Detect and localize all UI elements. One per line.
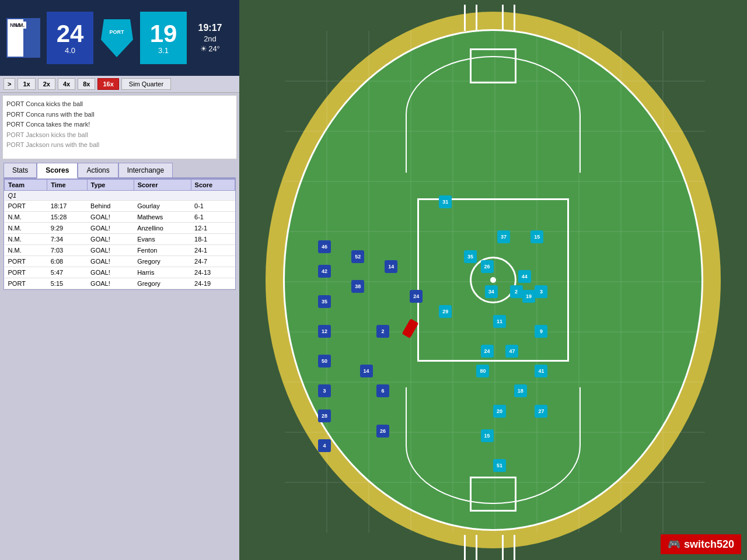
field-container: 46 42 35 12 50 3 28 4 52 38 14 24 2 14 6… <box>239 0 747 560</box>
player-port-19[interactable]: 19 <box>522 290 535 303</box>
team2-score: 19 <box>150 22 177 46</box>
goal-post-b3 <box>502 535 504 560</box>
cell-type: GOAL! <box>87 223 134 234</box>
tab-stats[interactable]: Stats <box>4 163 37 177</box>
speed-2x-button[interactable]: 2x <box>38 78 55 90</box>
table-row: PORT 5:47 GOAL! Harris 24-13 <box>5 267 235 278</box>
speed-1x-button[interactable]: 1x <box>18 78 35 90</box>
cell-type: GOAL! <box>87 278 134 289</box>
center-dot <box>490 277 496 283</box>
comment-1: PORT Conca kicks the ball <box>6 99 233 110</box>
cell-type: GOAL! <box>87 267 134 278</box>
comment-4: PORT Jackson kicks the ball <box>6 130 233 141</box>
player-nm-6[interactable]: 6 <box>376 384 389 397</box>
player-nm-28[interactable]: 28 <box>318 410 331 422</box>
weather-icon: ☀ <box>200 44 207 53</box>
player-nm-24[interactable]: 24 <box>410 290 423 303</box>
cell-type: GOAL! <box>87 212 134 223</box>
goal-post-4 <box>514 5 515 31</box>
col-team: Team <box>5 180 47 191</box>
player-port-80[interactable]: 80 <box>476 365 489 377</box>
player-port-41[interactable]: 41 <box>535 365 547 377</box>
player-nm-52[interactable]: 52 <box>351 250 364 263</box>
temperature: 24° <box>208 44 220 53</box>
comment-2: PORT Conca runs with the ball <box>6 110 233 120</box>
cell-scorer: Anzellino <box>134 223 191 234</box>
player-port-24b[interactable]: 24 <box>481 345 494 358</box>
player-nm-46[interactable]: 46 <box>318 240 331 253</box>
cell-team: N.M. <box>5 234 47 245</box>
player-port-29[interactable]: 29 <box>439 305 452 318</box>
player-port-47[interactable]: 47 <box>505 345 518 358</box>
commentary-feed: PORT Conca kicks the ball PORT Conca run… <box>2 95 237 159</box>
cell-team: N.M. <box>5 245 47 256</box>
cell-score: 24-19 <box>191 278 235 289</box>
field-outer: 46 42 35 12 50 3 28 4 52 38 14 24 2 14 6… <box>254 6 732 554</box>
switch-icon: 🎮 <box>668 538 680 551</box>
player-nm-3[interactable]: 3 <box>318 384 331 397</box>
team2-score-sub: 3.1 <box>158 46 169 55</box>
field-inner: 46 42 35 12 50 3 28 4 52 38 14 24 2 14 6… <box>283 29 703 531</box>
cell-scorer: Mathews <box>134 212 191 223</box>
player-port-3[interactable]: 3 <box>535 285 547 298</box>
watermark-text: switch520 <box>684 538 734 551</box>
player-nm-2[interactable]: 2 <box>376 325 389 338</box>
tab-actions[interactable]: Actions <box>78 163 118 177</box>
quarter-label: Q1 <box>5 191 235 201</box>
cell-type: GOAL! <box>87 245 134 256</box>
timer-quarter: 2nd <box>204 34 217 43</box>
player-port-37[interactable]: 37 <box>497 230 510 243</box>
player-nm-4[interactable]: 4 <box>318 439 331 452</box>
cell-time: 6:08 <box>47 256 87 267</box>
sim-quarter-button[interactable]: Sim Quarter <box>121 78 171 90</box>
player-nm-35[interactable]: 35 <box>318 295 331 308</box>
player-port-31[interactable]: 31 <box>439 195 452 208</box>
table-row: PORT 5:15 GOAL! Gregory 24-19 <box>5 278 235 289</box>
player-nm-26[interactable]: 26 <box>376 425 389 438</box>
player-port-44[interactable]: 44 <box>518 270 531 283</box>
team1-logo-text: N.M. <box>10 22 21 28</box>
player-nm-38[interactable]: 38 <box>351 280 364 293</box>
cell-type: GOAL! <box>87 256 134 267</box>
player-port-20[interactable]: 20 <box>493 405 506 418</box>
watermark: 🎮 switch520 <box>661 534 741 554</box>
player-port-18[interactable]: 18 <box>514 384 527 397</box>
player-port-11[interactable]: 11 <box>493 315 506 328</box>
cell-score: 0-1 <box>191 201 235 212</box>
speed-8x-button[interactable]: 8x <box>78 78 95 90</box>
cell-scorer: Fenton <box>134 245 191 256</box>
player-nm-42[interactable]: 42 <box>318 265 331 278</box>
table-row: N.M. 7:03 GOAL! Fenton 24-1 <box>5 245 235 256</box>
player-port-35[interactable]: 35 <box>464 250 477 263</box>
player-nm-50[interactable]: 50 <box>318 355 331 368</box>
player-port-15a[interactable]: 15 <box>530 230 543 243</box>
tab-interchange[interactable]: Interchange <box>118 163 173 177</box>
player-nm-14b[interactable]: 14 <box>360 365 373 377</box>
col-type: Type <box>87 180 134 191</box>
player-nm-12[interactable]: 12 <box>318 325 331 338</box>
tab-scores[interactable]: Scores <box>37 163 78 178</box>
comment-5: PORT Jackson runs with the ball <box>6 140 233 150</box>
goal-post-b1 <box>464 535 466 560</box>
player-port-2[interactable]: 2 <box>510 285 523 298</box>
speed-16x-button[interactable]: 16x <box>97 78 118 90</box>
cell-team: PORT <box>5 278 47 289</box>
player-port-27[interactable]: 27 <box>535 405 547 418</box>
speed-4x-button[interactable]: 4x <box>58 78 75 90</box>
player-port-15b[interactable]: 15 <box>481 429 494 442</box>
player-port-51[interactable]: 51 <box>493 459 506 472</box>
player-port-34[interactable]: 34 <box>485 285 498 298</box>
player-port-9[interactable]: 9 <box>535 325 547 338</box>
field-oval: 46 42 35 12 50 3 28 4 52 38 14 24 2 14 6… <box>266 12 721 548</box>
forward-button[interactable]: > <box>4 78 15 90</box>
team2-score-box: 19 3.1 <box>140 12 187 64</box>
player-port-26[interactable]: 26 <box>481 260 494 273</box>
cell-score: 24-13 <box>191 267 235 278</box>
cell-team: PORT <box>5 201 47 212</box>
goal-posts-top <box>455 0 531 31</box>
cell-team: PORT <box>5 267 47 278</box>
cell-scorer: Gourlay <box>134 201 191 212</box>
cell-time: 7:34 <box>47 234 87 245</box>
player-nm-14a[interactable]: 14 <box>385 260 397 273</box>
cell-team: PORT <box>5 256 47 267</box>
